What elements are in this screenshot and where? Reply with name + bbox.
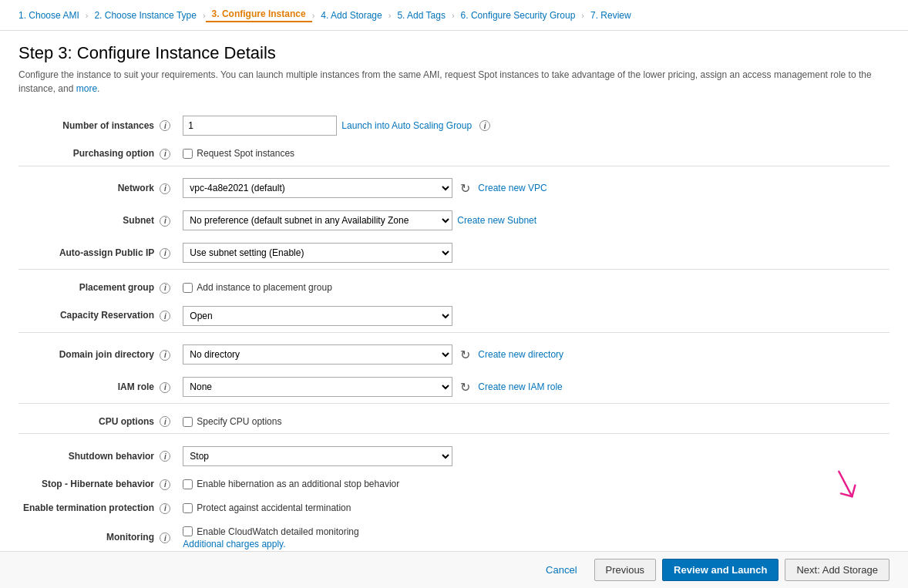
- iam-role-refresh-icon[interactable]: ↻: [460, 380, 470, 395]
- enable-hibernation-checkbox[interactable]: [183, 479, 193, 489]
- wizard-step-5[interactable]: 5. Add Tags: [391, 10, 452, 21]
- enable-monitoring-text: Enable CloudWatch detailed monitoring: [197, 526, 358, 537]
- row-hibernate-behavior: Stop - Hibernate behavior i Enable hiber…: [18, 472, 890, 496]
- row-auto-assign-ip: Auto-assign Public IP i Use subnet setti…: [18, 237, 890, 270]
- divider-2: [18, 270, 890, 276]
- iam-role-info[interactable]: i: [160, 382, 170, 393]
- next-add-storage-button[interactable]: Next: Add Storage: [785, 559, 890, 581]
- row-termination-protection: Enable termination protection i Protect …: [18, 496, 890, 520]
- footer: Cancel Previous Review and Launch Next: …: [0, 551, 908, 588]
- domain-join-refresh-icon[interactable]: ↻: [460, 348, 470, 362]
- row-capacity-reservation: Capacity Reservation i Open: [18, 300, 890, 333]
- domain-join-label: Domain join directory: [59, 349, 154, 360]
- specify-cpu-label: Specify CPU options: [183, 416, 885, 427]
- page-description: Configure the instance to suit your requ…: [18, 68, 890, 96]
- iam-role-select[interactable]: None: [183, 377, 452, 397]
- create-vpc-link[interactable]: Create new VPC: [478, 183, 546, 193]
- review-launch-button[interactable]: Review and Launch: [662, 559, 779, 581]
- add-placement-checkbox[interactable]: [183, 283, 193, 293]
- shutdown-behavior-info[interactable]: i: [160, 451, 170, 462]
- previous-button[interactable]: Previous: [594, 559, 657, 581]
- auto-assign-ip-label: Auto-assign Public IP: [59, 247, 154, 258]
- page-title: Step 3: Configure Instance Details: [18, 43, 890, 63]
- row-domain-join: Domain join directory i No directory ↻ C…: [18, 338, 890, 371]
- subnet-select[interactable]: No preference (default subnet in any Ava…: [183, 210, 452, 230]
- more-link[interactable]: more: [76, 83, 97, 94]
- wizard-nav: 1. Choose AMI › 2. Choose Instance Type …: [0, 0, 908, 31]
- wizard-step-7[interactable]: 7. Review: [584, 10, 637, 21]
- row-network: Network i vpc-4a8e2021 (default) ↻ Creat…: [18, 172, 890, 204]
- divider-1: [18, 166, 890, 172]
- capacity-reservation-info[interactable]: i: [160, 311, 170, 321]
- auto-assign-ip-select[interactable]: Use subnet setting (Enable): [183, 243, 452, 263]
- hibernate-behavior-info[interactable]: i: [160, 479, 170, 490]
- create-iam-link[interactable]: Create new IAM role: [478, 381, 562, 392]
- create-subnet-link[interactable]: Create new Subnet: [457, 215, 536, 226]
- main-content: Step 3: Configure Instance Details Confi…: [0, 31, 908, 551]
- termination-protection-info[interactable]: i: [160, 503, 170, 514]
- wizard-step-3[interactable]: 3. Configure Instance: [206, 8, 312, 22]
- subnet-label: Subnet: [123, 215, 154, 226]
- row-purchasing-option: Purchasing option i Request Spot instanc…: [18, 142, 890, 166]
- row-monitoring: Monitoring i Enable CloudWatch detailed …: [18, 520, 890, 551]
- iam-role-label: IAM role: [118, 381, 154, 392]
- protect-termination-text: Protect against accidental termination: [197, 502, 351, 513]
- network-refresh-icon[interactable]: ↻: [460, 181, 470, 196]
- enable-monitoring-label: Enable CloudWatch detailed monitoring: [183, 526, 885, 537]
- number-of-instances-label: Number of instances: [62, 120, 154, 131]
- protect-termination-label: Protect against accidental termination: [183, 502, 885, 513]
- capacity-reservation-select[interactable]: Open: [183, 306, 452, 326]
- row-subnet: Subnet i No preference (default subnet i…: [18, 204, 890, 237]
- monitoring-info[interactable]: i: [160, 533, 170, 543]
- placement-group-label: Placement group: [79, 282, 154, 293]
- row-shutdown-behavior: Shutdown behavior i Stop: [18, 440, 890, 472]
- divider-4: [18, 404, 890, 410]
- domain-join-select[interactable]: No directory: [183, 344, 452, 365]
- row-number-of-instances: Number of instances i Launch into Auto S…: [18, 109, 890, 142]
- auto-scaling-info[interactable]: i: [479, 120, 490, 131]
- auto-assign-ip-info[interactable]: i: [160, 248, 170, 259]
- create-directory-link[interactable]: Create new directory: [478, 349, 563, 360]
- network-select[interactable]: vpc-4a8e2021 (default): [183, 178, 452, 198]
- purchasing-option-label: Purchasing option: [73, 148, 154, 159]
- form-table: Number of instances i Launch into Auto S…: [18, 109, 890, 551]
- launch-auto-scaling-link[interactable]: Launch into Auto Scaling Group: [341, 120, 472, 131]
- row-iam-role: IAM role i None ↻ Create new IAM role: [18, 371, 890, 404]
- request-spot-checkbox[interactable]: [183, 149, 193, 159]
- shutdown-behavior-select[interactable]: Stop: [183, 446, 452, 466]
- cpu-options-info[interactable]: i: [160, 416, 170, 427]
- monitoring-label: Monitoring: [106, 532, 154, 543]
- protect-termination-checkbox[interactable]: [183, 503, 193, 513]
- purchasing-option-info[interactable]: i: [160, 149, 170, 160]
- enable-hibernation-text: Enable hibernation as an additional stop…: [197, 479, 399, 489]
- network-label: Network: [118, 183, 154, 193]
- specify-cpu-checkbox[interactable]: [183, 417, 193, 427]
- wizard-step-1[interactable]: 1. Choose AMI: [12, 10, 86, 21]
- termination-protection-label: Enable termination protection: [23, 502, 154, 513]
- specify-cpu-text: Specify CPU options: [197, 416, 281, 427]
- enable-hibernation-label: Enable hibernation as an additional stop…: [183, 479, 885, 489]
- additional-charges-link[interactable]: Additional charges apply.: [183, 539, 285, 549]
- divider-5: [18, 434, 890, 440]
- network-info[interactable]: i: [160, 183, 170, 194]
- request-spot-text: Request Spot instances: [197, 148, 294, 159]
- hibernate-behavior-label: Stop - Hibernate behavior: [42, 479, 154, 489]
- number-of-instances-input[interactable]: [183, 116, 337, 136]
- domain-join-info[interactable]: i: [160, 350, 170, 361]
- add-placement-text: Add instance to placement group: [197, 282, 331, 293]
- divider-3: [18, 332, 890, 338]
- subnet-info[interactable]: i: [160, 216, 170, 227]
- wizard-step-4[interactable]: 4. Add Storage: [314, 10, 388, 21]
- add-placement-label: Add instance to placement group: [183, 282, 885, 293]
- number-of-instances-info[interactable]: i: [160, 120, 170, 131]
- cancel-button[interactable]: Cancel: [535, 559, 587, 580]
- row-cpu-options: CPU options i Specify CPU options: [18, 410, 890, 434]
- request-spot-label: Request Spot instances: [183, 148, 885, 159]
- wizard-step-2[interactable]: 2. Choose Instance Type: [88, 10, 203, 21]
- row-placement-group: Placement group i Add instance to placem…: [18, 276, 890, 300]
- shutdown-behavior-label: Shutdown behavior: [69, 451, 154, 462]
- enable-monitoring-checkbox[interactable]: [183, 526, 193, 536]
- wizard-step-6[interactable]: 6. Configure Security Group: [455, 10, 582, 21]
- cpu-options-label: CPU options: [99, 416, 154, 427]
- placement-group-info[interactable]: i: [160, 283, 170, 294]
